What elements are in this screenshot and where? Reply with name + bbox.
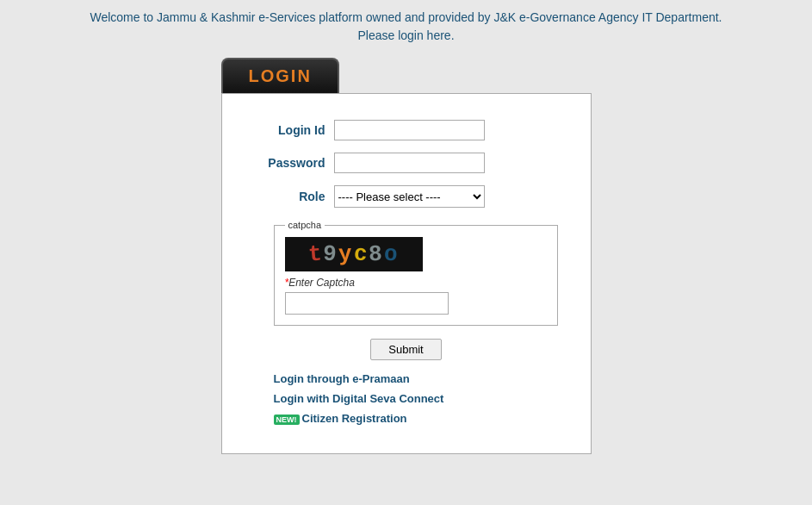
captcha-text: t9yc8o [308, 241, 400, 267]
login-id-label: Login Id [248, 123, 325, 137]
login-tab: LOGIN [221, 58, 339, 93]
welcome-line1: Welcome to Jammu & Kashmir e-Services pl… [17, 9, 795, 27]
login-id-input[interactable] [334, 120, 485, 140]
password-label: Password [248, 156, 325, 170]
captcha-legend: catpcha [285, 220, 325, 230]
submit-row: Submit [248, 339, 565, 360]
password-group: Password [248, 153, 565, 173]
submit-button[interactable]: Submit [370, 339, 441, 360]
captcha-section: catpcha t9yc8o *Enter Captcha [248, 220, 565, 326]
citizen-reg-text: Citizen Registration [302, 412, 407, 425]
login-id-group: Login Id [248, 120, 565, 140]
epramaan-link[interactable]: Login through e-Pramaan [274, 372, 565, 385]
captcha-fieldset: catpcha t9yc8o *Enter Captcha [274, 220, 558, 326]
digital-seva-link[interactable]: Login with Digital Seva Connect [274, 392, 565, 405]
welcome-line2: Please login here. [17, 27, 795, 45]
enter-captcha-label: *Enter Captcha [285, 277, 547, 289]
links-section: Login through e-Pramaan Login with Digit… [274, 372, 565, 425]
login-box: Login Id Password Role ---- Please selec… [221, 93, 592, 454]
captcha-input[interactable] [285, 292, 449, 315]
new-badge: NEW! [274, 415, 300, 425]
role-select[interactable]: ---- Please select ---- [334, 185, 485, 208]
captcha-image: t9yc8o [285, 237, 423, 271]
password-input[interactable] [334, 153, 485, 173]
role-label: Role [248, 190, 325, 203]
role-group: Role ---- Please select ---- [248, 185, 565, 208]
citizen-registration-link[interactable]: NEW!Citizen Registration [274, 412, 565, 425]
login-container: LOGIN Login Id Password Role ---- Please… [221, 58, 592, 454]
welcome-banner: Welcome to Jammu & Kashmir e-Services pl… [0, 0, 812, 53]
